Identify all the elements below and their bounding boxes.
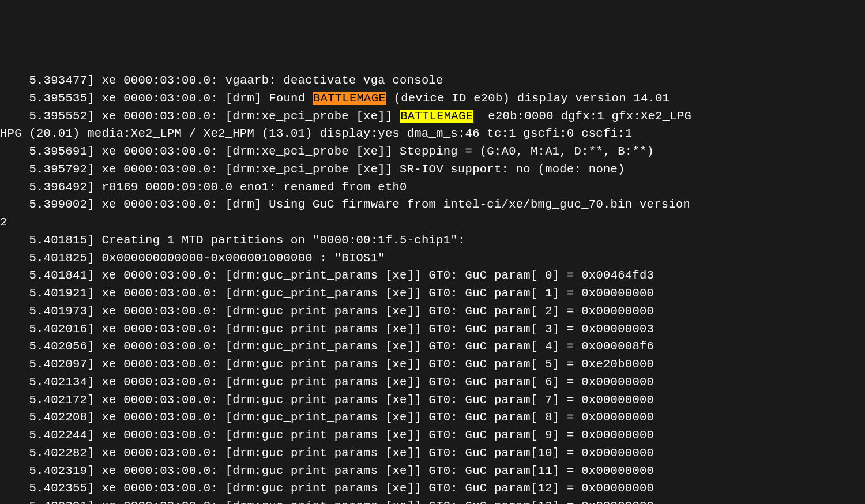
highlight-yellow: BATTLEMAGE: [400, 110, 473, 123]
log-line: 5.402391] xe 0000:03:00.0: [drm:guc_prin…: [0, 498, 865, 504]
log-line: 5.402355] xe 0000:03:00.0: [drm:guc_prin…: [0, 480, 865, 498]
log-line: 5.395691] xe 0000:03:00.0: [drm:xe_pci_p…: [0, 143, 865, 161]
log-line: 5.399002] xe 0000:03:00.0: [drm] Using G…: [0, 196, 865, 214]
log-line: 5.402208] xe 0000:03:00.0: [drm:guc_prin…: [0, 409, 865, 427]
terminal-output: 5.393477] xe 0000:03:00.0: vgaarb: deact…: [0, 72, 865, 504]
log-line: 5.401973] xe 0000:03:00.0: [drm:guc_prin…: [0, 303, 865, 321]
highlight-orange: BATTLEMAGE: [313, 92, 386, 105]
log-line: 5.396492] r8169 0000:09:00.0 eno1: renam…: [0, 179, 865, 197]
log-line: 5.402134] xe 0000:03:00.0: [drm:guc_prin…: [0, 374, 865, 392]
log-line: HPG (20.01) media:Xe2_LPM / Xe2_HPM (13.…: [0, 125, 865, 143]
log-text: 5.395535] xe 0000:03:00.0: [drm] Found: [0, 92, 313, 105]
log-line: 5.401921] xe 0000:03:00.0: [drm:guc_prin…: [0, 285, 865, 303]
log-line: 5.402056] xe 0000:03:00.0: [drm:guc_prin…: [0, 338, 865, 356]
log-line: 5.401841] xe 0000:03:00.0: [drm:guc_prin…: [0, 267, 865, 285]
log-line: 5.393477] xe 0000:03:00.0: vgaarb: deact…: [0, 72, 865, 90]
log-line: 5.395792] xe 0000:03:00.0: [drm:xe_pci_p…: [0, 161, 865, 179]
log-line: 5.402097] xe 0000:03:00.0: [drm:guc_prin…: [0, 356, 865, 374]
log-line: 5.402244] xe 0000:03:00.0: [drm:guc_prin…: [0, 427, 865, 445]
log-line: 2: [0, 214, 865, 232]
log-line: 5.402319] xe 0000:03:00.0: [drm:guc_prin…: [0, 462, 865, 480]
log-line: 5.402282] xe 0000:03:00.0: [drm:guc_prin…: [0, 445, 865, 462]
log-text: 5.395552] xe 0000:03:00.0: [drm:xe_pci_p…: [0, 110, 400, 123]
log-text: e20b:0000 dgfx:1 gfx:Xe2_LPG: [473, 110, 691, 123]
log-line: 5.401815] Creating 1 MTD partitions on "…: [0, 232, 865, 250]
log-line: 5.402016] xe 0000:03:00.0: [drm:guc_prin…: [0, 321, 865, 338]
log-text: (device ID e20b) display version 14.01: [386, 92, 670, 105]
log-line: 5.401825] 0x000000000000-0x000001000000 …: [0, 250, 865, 268]
log-line: 5.395552] xe 0000:03:00.0: [drm:xe_pci_p…: [0, 108, 865, 126]
log-line: 5.395535] xe 0000:03:00.0: [drm] Found B…: [0, 90, 865, 108]
log-line: 5.402172] xe 0000:03:00.0: [drm:guc_prin…: [0, 392, 865, 409]
